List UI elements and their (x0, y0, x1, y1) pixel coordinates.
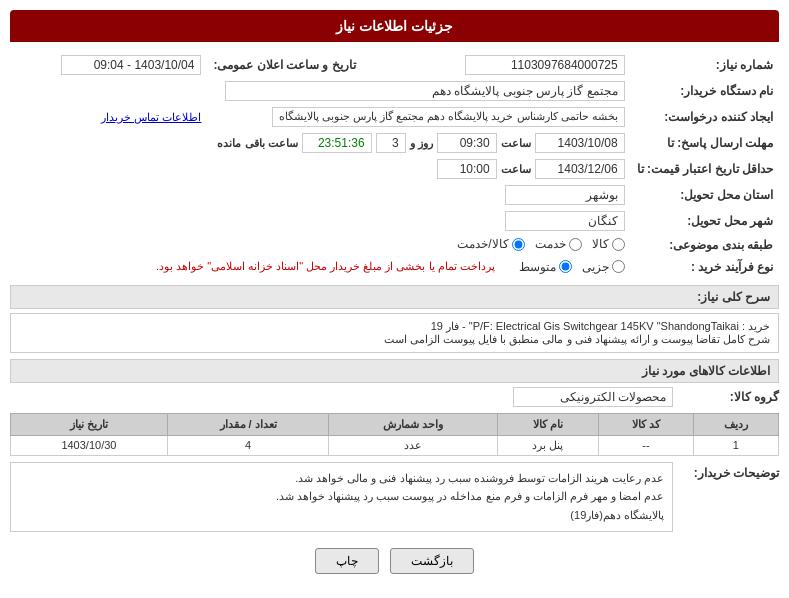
table-cell: -- (599, 435, 694, 455)
sarchKoli-title: سرح کلی نیاز: (10, 285, 779, 309)
baghimande-value: 23:51:36 (302, 133, 372, 153)
date2-value: 1403/12/06 (535, 159, 625, 179)
radio-jozi-label: جزیی (582, 260, 609, 274)
namDastgah-value: مجتمع گاز پارس جنوبی پالایشگاه دهم (225, 81, 625, 101)
groheKala-label: گروه کالا: (679, 390, 779, 404)
ijadKonande-value: بخشه حاتمی کارشناس خرید پالایشگاه دهم مج… (272, 107, 625, 127)
ettelaatTamas-link[interactable]: اطلاعات تماس خریدار (101, 111, 201, 123)
radio-motovaset-label: متوسط (519, 260, 556, 274)
hadaghal-label: حداقل تاریخ اعتبار قیمت: تا (631, 156, 779, 182)
saaat1-value: 09:30 (437, 133, 497, 153)
radio-khadamat[interactable]: خدمت (535, 237, 582, 251)
saaat-label: ساعت (501, 137, 531, 150)
mohlat-label: مهلت ارسال پاسخ: تا (631, 130, 779, 156)
col-vahed: واحد شمارش (329, 413, 497, 435)
bazgasht-button[interactable]: بازگشت (390, 548, 474, 574)
taarikh-label: تاریخ و ساعت اعلان عمومی: (207, 52, 375, 78)
radio-motovaset[interactable]: متوسط (519, 260, 572, 274)
shomareNiaz-value: 1103097684000725 (465, 55, 625, 75)
table-cell: 4 (167, 435, 329, 455)
saaat2-value: 10:00 (437, 159, 497, 179)
radio-khadamat-input[interactable] (569, 238, 582, 251)
rooz-label: روز و (410, 137, 433, 150)
table-cell: پنل برد (497, 435, 598, 455)
radio-jozi[interactable]: جزیی (582, 260, 625, 274)
radio-jozi-input[interactable] (612, 260, 625, 273)
col-radif: ردیف (693, 413, 778, 435)
shahr-value: کنگان (505, 211, 625, 231)
radio-kala-label: کالا (592, 237, 609, 251)
buyer-notes-label: توضیحات خریدار: (679, 462, 779, 480)
ostan-value: بوشهر (505, 185, 625, 205)
taarikh-value: 1403/10/04 - 09:04 (61, 55, 201, 75)
col-tarikh: تاریخ نیاز (11, 413, 168, 435)
radio-motovaset-input[interactable] (559, 260, 572, 273)
date1-value: 1403/10/08 (535, 133, 625, 153)
buyer-notes-line2: عدم امضا و مهر فرم الزامات و فرم منع مدا… (19, 487, 664, 506)
buttons-row: بازگشت چاپ (10, 548, 779, 574)
farayand-warning: پرداخت تمام یا بخشی از مبلغ خریدار محل "… (156, 260, 495, 273)
ijadKonande-label: ایجاد کننده درخواست: (631, 104, 779, 130)
buyer-notes-line1: عدم رعایت هریند الزامات توسط فروشنده سبب… (19, 469, 664, 488)
col-tedad: تعداد / مقدار (167, 413, 329, 435)
radio-kala-khadamat-input[interactable] (512, 238, 525, 251)
sarjKoli-line2: شرح کامل تقاضا پیوست و ارائه پیشنهاد فنی… (19, 333, 770, 346)
kalaha-title: اطلاعات کالاهای مورد نیاز (10, 359, 779, 383)
ostan-label: استان محل تحویل: (631, 182, 779, 208)
col-kodkala: کد کالا (599, 413, 694, 435)
col-namkala: نام کالا (497, 413, 598, 435)
radio-kala-khadamat-label: کالا/خدمت (457, 237, 508, 251)
buyer-notes-line3: پالایشگاه دهم(فار19) (19, 506, 664, 525)
table-cell: 1403/10/30 (11, 435, 168, 455)
items-table: ردیف کد کالا نام کالا واحد شمارش تعداد /… (10, 413, 779, 456)
noefarayand-label: نوع فرآیند خرید : (631, 257, 779, 277)
baghimande-label: ساعت باقی مانده (217, 137, 297, 150)
table-cell: عدد (329, 435, 497, 455)
tabaghe-label: طبقه بندی موضوعی: (631, 234, 779, 257)
radio-kala[interactable]: کالا (592, 237, 625, 251)
table-cell: 1 (693, 435, 778, 455)
radio-khadamat-label: خدمت (535, 237, 566, 251)
page-title: جزئیات اطلاعات نیاز (10, 10, 779, 42)
namDastgah-label: نام دستگاه خریدار: (631, 78, 779, 104)
radio-kala-input[interactable] (612, 238, 625, 251)
groheKala-value: محصولات الکترونیکی (513, 387, 673, 407)
sarjKoli-line1: خرید : P/F: Electrical Gis Switchgear 14… (19, 320, 770, 333)
table-row: 1--پنل بردعدد41403/10/30 (11, 435, 779, 455)
radio-kala-khadamat[interactable]: کالا/خدمت (457, 237, 524, 251)
saaat2-label: ساعت (501, 163, 531, 176)
shahr-label: شهر محل تحویل: (631, 208, 779, 234)
chap-button[interactable]: چاپ (315, 548, 379, 574)
shomareNiaz-label: شماره نیاز: (631, 52, 779, 78)
rooz-value: 3 (376, 133, 406, 153)
